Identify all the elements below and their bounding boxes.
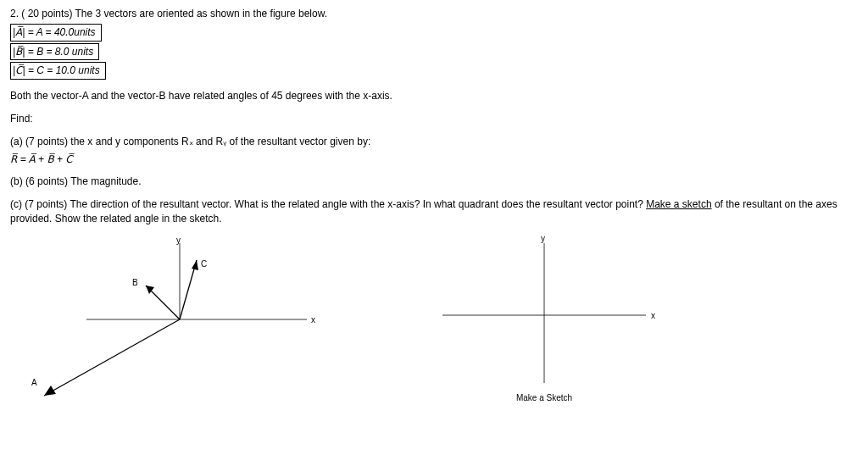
sketch-axes-svg — [426, 235, 663, 387]
sketch-figure: y x Make a Sketch — [426, 235, 663, 404]
vector-b-label: B — [132, 277, 138, 289]
x-axis-label-2: x — [651, 310, 655, 322]
vector-figure: y x C B A — [19, 235, 324, 404]
part-c-text-1: (c) (7 points) The direction of the resu… — [10, 198, 646, 210]
magnitude-c: |C̅| = C = 10.0 units — [13, 64, 100, 76]
y-axis-label-2: y — [541, 233, 545, 245]
x-axis-label-1: x — [311, 314, 315, 326]
magnitude-a-box: |A̅| = A = 40.0units — [10, 24, 102, 42]
part-a: (a) (7 points) the x and y components Rₓ… — [10, 135, 858, 149]
part-c-underline: Make a sketch — [646, 198, 711, 210]
magnitude-a: |A̅| = A = 40.0units — [13, 26, 96, 38]
svg-line-6 — [44, 319, 180, 396]
vector-a-label: A — [31, 377, 37, 389]
part-c: (c) (7 points) The direction of the resu… — [10, 197, 858, 226]
vector-diagram-svg — [19, 235, 324, 404]
magnitude-b: |B̅| = B = 8.0 units — [13, 46, 93, 58]
part-a-text: (a) (7 points) the x and y components Rₓ… — [10, 136, 370, 147]
vector-c-label: C — [201, 258, 207, 270]
find-label: Find: — [10, 112, 858, 126]
resultant-equation: R̅ = A̅ + B̅ + C̅ — [10, 153, 858, 167]
magnitude-b-box: |B̅| = B = 8.0 units — [10, 43, 99, 61]
problem-header: 2. ( 20 points) The 3 vectors are orient… — [10, 7, 858, 21]
magnitude-c-box: |C̅| = C = 10.0 units — [10, 62, 106, 80]
sketch-caption: Make a Sketch — [426, 392, 663, 404]
y-axis-label-1: y — [176, 235, 181, 247]
part-b: (b) (6 points) The magnitude. — [10, 175, 858, 189]
svg-marker-3 — [192, 260, 198, 270]
angle-note: Both the vector-A and the vector-B have … — [10, 89, 858, 103]
figures-row: y x C B A y x Make a Sketch — [10, 235, 858, 404]
